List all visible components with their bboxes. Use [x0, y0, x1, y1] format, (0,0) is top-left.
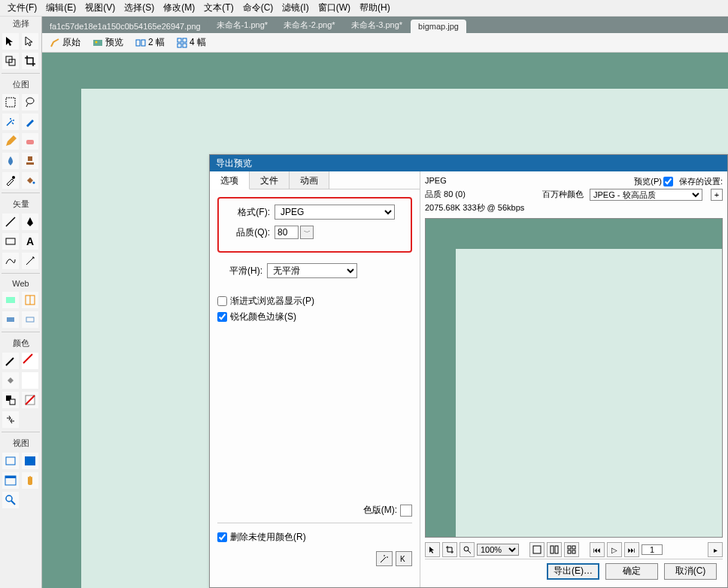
crop-preview-icon[interactable]	[442, 542, 457, 557]
marquee-tool-icon[interactable]	[2, 93, 20, 111]
doctab-1[interactable]: 未命名-1.png*	[209, 17, 275, 33]
quality-dropdown-icon[interactable]: ﹀	[300, 226, 314, 239]
svg-line-27	[11, 501, 15, 505]
svg-text:A: A	[26, 235, 34, 247]
preview-image[interactable]	[425, 218, 723, 538]
menu-edit[interactable]: 编辑(E)	[41, 0, 80, 16]
hand-tool-icon[interactable]	[21, 471, 39, 489]
view-original[interactable]: 原始	[47, 35, 83, 50]
pencil-tool-icon[interactable]	[2, 132, 20, 150]
preset-select[interactable]: JPEG - 较高品质	[590, 189, 702, 201]
slice-tool-icon[interactable]	[21, 291, 39, 309]
swap-colors-icon[interactable]	[2, 411, 20, 429]
freeform-tool-icon[interactable]	[2, 252, 20, 270]
doctab-0[interactable]: fa1c57de18e1a150c0b54165e26947.png	[42, 20, 208, 33]
sharpen-label: 锐化颜色边缘(S)	[230, 311, 296, 323]
no-color-icon[interactable]	[21, 391, 39, 409]
format-select[interactable]: JPEG	[275, 205, 395, 220]
preview-checkbox[interactable]	[663, 177, 673, 186]
pointer-tool-icon[interactable]	[2, 32, 20, 50]
ok-button[interactable]: 确定	[605, 563, 658, 580]
blur-tool-icon[interactable]	[2, 152, 20, 170]
doctab-3[interactable]: 未命名-3.png*	[344, 17, 410, 33]
menu-select[interactable]: 选择(S)	[120, 0, 159, 16]
stroke-color-icon[interactable]	[2, 352, 20, 370]
default-colors-icon[interactable]	[2, 391, 20, 409]
pen-tool-icon[interactable]	[21, 213, 39, 231]
frame-input[interactable]	[642, 544, 663, 555]
line-tool-icon[interactable]	[2, 213, 20, 231]
fill-color-icon[interactable]	[2, 371, 20, 389]
subselect-tool-icon[interactable]	[21, 32, 39, 50]
export-button[interactable]: 导出(E)…	[547, 563, 599, 580]
info-size: 2075.68K 333秒 @ 56kbps	[425, 202, 524, 214]
progressive-checkbox[interactable]	[217, 296, 227, 306]
bucket-tool-icon[interactable]	[21, 171, 39, 189]
4up-icon[interactable]	[564, 542, 579, 557]
info-format: JPEG	[425, 176, 628, 187]
first-frame-icon[interactable]: ⏮	[590, 542, 605, 557]
zoom-select[interactable]: 100%	[477, 544, 519, 556]
menu-view[interactable]: 视图(V)	[80, 0, 120, 16]
text-tool-icon[interactable]: A	[21, 232, 39, 250]
zoom-tool-icon[interactable]	[2, 491, 20, 509]
last-frame-icon[interactable]: ⏭	[624, 542, 639, 557]
svg-text:K: K	[400, 555, 405, 563]
matte-swatch[interactable]	[400, 505, 412, 517]
view-preview[interactable]: 预览	[89, 35, 126, 50]
brush-tool-icon[interactable]	[21, 113, 39, 131]
full-screen-icon[interactable]	[21, 452, 39, 470]
smooth-select[interactable]: 无平滑	[267, 263, 357, 278]
view-4up[interactable]: 4 幅	[174, 35, 209, 50]
svg-rect-41	[555, 546, 558, 553]
quality-input[interactable]	[275, 226, 299, 239]
menu-filter[interactable]: 滤镜(I)	[278, 0, 313, 16]
cancel-button[interactable]: 取消(C)	[664, 563, 717, 580]
options-icon[interactable]: K	[396, 551, 412, 566]
play-icon[interactable]: ▷	[607, 542, 622, 557]
menu-command[interactable]: 命令(C)	[238, 0, 278, 16]
stamp-tool-icon[interactable]	[21, 152, 39, 170]
preview-toolbar: 100% ⏮ ▷ ⏭ ▸	[425, 541, 723, 559]
doctab-2[interactable]: 未命名-2.png*	[276, 17, 342, 33]
wand-tool-icon[interactable]	[2, 113, 20, 131]
full-screen-menu-icon[interactable]	[2, 471, 20, 489]
crop-tool-icon[interactable]	[21, 52, 39, 70]
export-area-icon[interactable]: ▸	[708, 542, 723, 557]
eyedropper-tool-icon[interactable]	[2, 171, 20, 189]
menu-help[interactable]: 帮助(H)	[355, 0, 395, 16]
1up-icon[interactable]	[529, 542, 544, 557]
tab-anim[interactable]: 动画	[290, 171, 329, 189]
tab-file[interactable]: 文件	[250, 171, 290, 189]
zoom-preview-icon[interactable]	[460, 542, 475, 557]
fill-swatch[interactable]	[21, 371, 39, 389]
hotspot-tool-icon[interactable]	[2, 291, 20, 309]
hide-slice-icon[interactable]	[2, 311, 20, 329]
eraser-tool-icon[interactable]	[21, 132, 39, 150]
svg-rect-6	[26, 162, 34, 165]
menu-file[interactable]: 文件(F)	[3, 0, 41, 16]
menu-window[interactable]: 窗口(W)	[314, 0, 355, 16]
view-2up[interactable]: 2 幅	[132, 35, 168, 50]
show-slice-icon[interactable]	[21, 311, 39, 329]
add-preset-icon[interactable]: +	[711, 189, 723, 201]
svg-line-9	[6, 217, 15, 226]
matte-label: 色版(M):	[363, 504, 397, 517]
menu-text[interactable]: 文本(T)	[199, 0, 238, 16]
svg-rect-44	[568, 550, 571, 553]
standard-screen-icon[interactable]	[2, 452, 20, 470]
sharpen-checkbox[interactable]	[217, 312, 227, 322]
menu-modify[interactable]: 修改(M)	[159, 0, 199, 16]
lasso-tool-icon[interactable]	[21, 93, 39, 111]
knife-tool-icon[interactable]	[21, 252, 39, 270]
wizard-icon[interactable]	[376, 551, 393, 566]
stroke-swatch[interactable]	[21, 352, 39, 370]
doctab-4[interactable]: bigmap.jpg	[411, 20, 466, 33]
rect-tool-icon[interactable]	[2, 232, 20, 250]
2up-icon[interactable]	[547, 542, 562, 557]
toolbox-color-label: 颜色	[0, 336, 41, 350]
remove-unused-checkbox[interactable]	[217, 532, 227, 542]
tab-options[interactable]: 选项	[210, 171, 250, 189]
pointer-preview-icon[interactable]	[425, 542, 440, 557]
scale-tool-icon[interactable]	[2, 52, 20, 70]
